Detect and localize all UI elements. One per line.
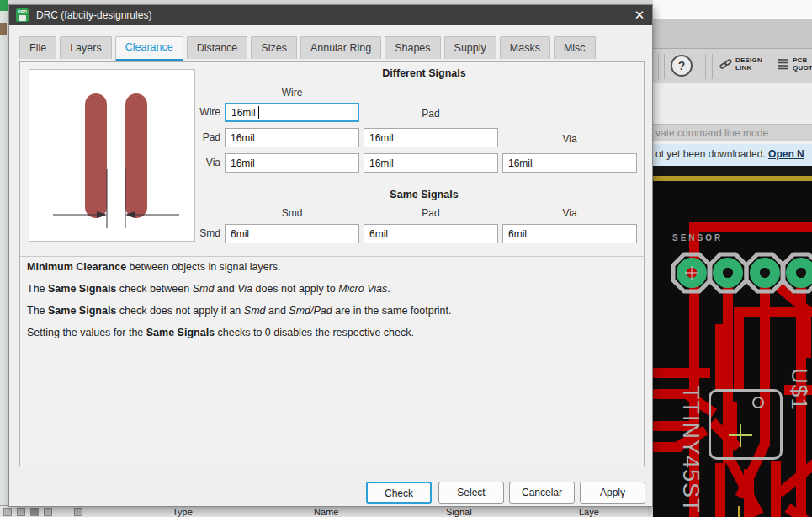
clearance-panel: Different Signals Wire Wire Pad Pad Via …: [19, 61, 645, 466]
close-icon[interactable]: ✕: [627, 8, 652, 23]
panel-icon[interactable]: [44, 508, 52, 516]
pin1-marker-icon: [752, 397, 764, 408]
dialog-titlebar[interactable]: BRD DRC (fabcity-designrules) ✕: [9, 5, 652, 25]
check-button[interactable]: Check: [366, 482, 432, 504]
notification-link[interactable]: Open N: [768, 148, 804, 160]
copper-trace: [776, 457, 812, 498]
copper-trace: [715, 324, 725, 392]
link-icon: [719, 58, 732, 71]
column-header-layer[interactable]: Laye: [579, 507, 599, 517]
ds-pad-wire-cell: [225, 128, 359, 147]
ds-via-via-cell: [502, 153, 637, 173]
design-link-label-1: DESIGN: [735, 56, 762, 64]
ic-refdes-label: U$1: [786, 368, 812, 411]
tab-sizes[interactable]: Sizes: [251, 36, 297, 59]
ds-wire-wire-input[interactable]: [225, 103, 359, 122]
help-button[interactable]: ?: [671, 55, 693, 77]
ds-via-wire-input[interactable]: [225, 153, 359, 173]
document-lines-icon: [776, 57, 789, 71]
panel-icon[interactable]: [17, 508, 25, 516]
panel-icon[interactable]: [3, 508, 12, 516]
clearance-preview: [29, 69, 195, 242]
notification-bar: ot yet been downloaded. Open N: [653, 144, 812, 166]
tab-distance[interactable]: Distance: [187, 36, 248, 59]
main-window-left-edge: [0, 0, 8, 517]
pcb-quote-label-1: PCB: [793, 56, 812, 64]
drc-errors-table-header: Type Name Signal Laye: [0, 505, 648, 517]
copper-trace: [689, 222, 812, 232]
toolbar-separator: [664, 54, 665, 79]
ss-smd-pad-cell: [364, 224, 498, 243]
tab-file[interactable]: File: [19, 36, 56, 59]
copper-trace: [734, 307, 744, 392]
note-smd-via: The Same Signals check between Smd and V…: [27, 283, 390, 295]
command-line-input[interactable]: vate command line mode: [653, 124, 812, 141]
ss-smd-smd-cell: [225, 224, 359, 243]
action-toolbar: ? DESIGN LINK PCB QUOT: [653, 48, 812, 83]
apply-button[interactable]: Apply: [580, 482, 645, 504]
tab-clearance[interactable]: Clearance: [115, 36, 183, 61]
ss-smd-via-cell: [502, 224, 637, 243]
note-smd-pad-footprint: The Same Signals check does not apply if…: [27, 305, 451, 317]
tab-supply[interactable]: Supply: [444, 36, 496, 59]
toolbar-separator: [705, 54, 706, 79]
dialog-title: DRC (fabcity-designrules): [36, 9, 627, 21]
origin-crosshair: [740, 424, 741, 447]
same-signals-title: Same Signals: [357, 189, 491, 200]
ds-via-pad-input[interactable]: [364, 153, 498, 173]
canvas-margin: [653, 166, 812, 176]
ss-smd-smd-input[interactable]: [225, 224, 359, 243]
drc-dialog: BRD DRC (fabcity-designrules) ✕ File Lay…: [8, 4, 653, 507]
note-minimum-clearance: Minimum Clearance between objects in sig…: [27, 261, 281, 273]
select-button[interactable]: Select: [438, 482, 504, 504]
pcb-quote-button[interactable]: PCB QUOT: [776, 56, 812, 72]
design-link-label-2: LINK: [735, 64, 762, 72]
clearance-diagram: [29, 70, 194, 241]
column-header-type[interactable]: Type: [172, 507, 193, 517]
ds-pad-pad-cell: [364, 128, 498, 147]
design-link-button[interactable]: DESIGN LINK: [719, 56, 762, 72]
ds-pad-wire-input[interactable]: [225, 128, 359, 147]
note-zero-disables: Setting the values for the Same Signals …: [27, 327, 414, 338]
ds-row-label-via: Via: [178, 157, 220, 168]
ss-col-header-via: Via: [502, 207, 637, 219]
ds-row-label-wire: Wire: [178, 106, 220, 118]
column-header-name[interactable]: Name: [314, 507, 338, 517]
tab-shapes[interactable]: Shapes: [385, 36, 440, 59]
text-caret: [258, 106, 259, 119]
panel-separator: [20, 256, 645, 257]
main-window-titlebar-fragment: [653, 0, 812, 19]
ds-col-header-via: Via: [502, 133, 637, 145]
tab-masks[interactable]: Masks: [500, 36, 550, 59]
dialog-tabbar: File Layers Clearance Distance Sizes Ann…: [19, 36, 596, 60]
ds-row-label-pad: Pad: [178, 131, 220, 143]
main-window-toolbar-band: [653, 19, 812, 48]
toolbar-icon-fragment: [0, 23, 7, 35]
pcb-canvas[interactable]: SENSOR TTINY45ST U$1: [653, 181, 812, 517]
ss-col-header-smd: Smd: [225, 207, 359, 219]
panel-icon[interactable]: [30, 508, 39, 516]
cancel-button[interactable]: Cancelar: [509, 482, 575, 504]
panel-icon[interactable]: [74, 508, 82, 516]
ss-smd-via-input[interactable]: [502, 224, 637, 243]
notification-text: ot yet been downloaded.: [655, 148, 768, 160]
ds-col-header-pad: Pad: [364, 108, 498, 120]
tab-annular-ring[interactable]: Annular Ring: [300, 36, 381, 59]
copper-trace: [653, 368, 710, 378]
sensor-connector-footprint: [666, 252, 812, 294]
ss-smd-pad-input[interactable]: [364, 224, 498, 243]
ds-pad-pad-input[interactable]: [364, 128, 498, 147]
column-header-signal[interactable]: Signal: [446, 507, 472, 517]
board-edge-tick: [738, 506, 740, 517]
different-signals-title: Different Signals: [357, 67, 491, 79]
tab-misc[interactable]: Misc: [554, 36, 596, 59]
ss-col-header-pad: Pad: [364, 207, 498, 219]
main-window-spacer: [653, 83, 812, 124]
sensor-silkscreen-label: SENSOR: [672, 233, 723, 243]
copper-trace: [744, 469, 754, 517]
ds-via-wire-cell: [225, 153, 359, 173]
ss-row-label-smd: Smd: [178, 227, 220, 239]
ds-via-via-input[interactable]: [502, 153, 637, 173]
tab-layers[interactable]: Layers: [60, 36, 112, 59]
ds-col-header-wire: Wire: [225, 87, 359, 99]
